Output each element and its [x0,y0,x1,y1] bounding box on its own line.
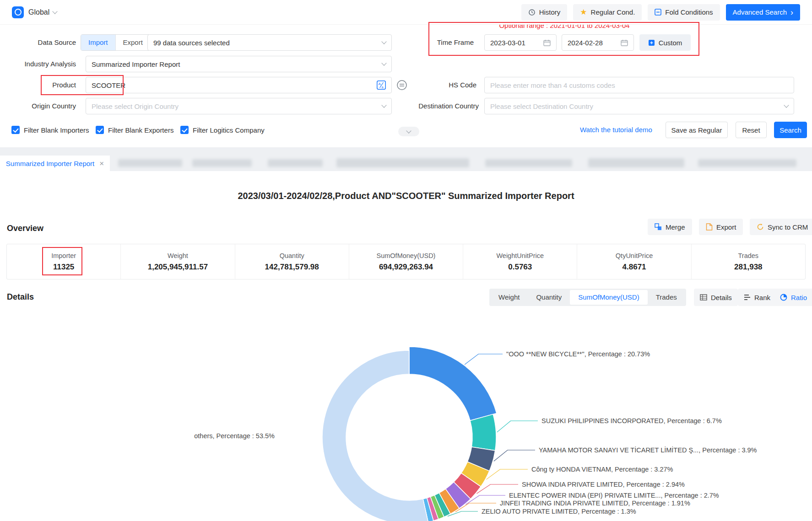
metric-tab-trades[interactable]: Trades [648,290,685,305]
blurred-content [588,158,684,167]
chevron-down-icon [406,128,411,133]
origin-country-placeholder: Please select Origin Country [92,102,179,110]
fold-conditions-button[interactable]: Fold Conditions [648,4,720,21]
stat-weight[interactable]: Weight1,205,945,911.57 [120,244,234,279]
history-button[interactable]: History [521,4,568,21]
chevron-down-icon [784,102,789,107]
view-tab-details[interactable]: Details [694,289,738,306]
product-label: Product [0,77,76,93]
filter-blank-exporters-checkbox[interactable]: Filter Blank Exporters [96,126,173,134]
tab-summarized-importer-report[interactable]: Summarized Importer Report × [0,156,110,171]
filter-label: Filter Logitics Company [193,126,265,134]
app-logo[interactable] [12,6,24,18]
chevron-right-icon: › [790,8,793,16]
industry-analysis-label: Industry Analysis [0,56,76,72]
pie-slice-0[interactable] [409,347,497,420]
advanced-search-label: Advanced Search [733,8,787,16]
pie-icon [780,294,787,301]
blurred-content [336,158,469,167]
stat-quantity[interactable]: Quantity142,781,579.98 [235,244,349,279]
merge-button[interactable]: Merge [648,219,692,235]
metric-tab-sum-of-money[interactable]: SumOfMoney(USD) [570,290,647,305]
view-tab-rank[interactable]: Rank [738,289,776,306]
save-as-regular-button[interactable]: Save as Regular [666,122,728,138]
stat-weight-unit-price[interactable]: WeightUnitPrice0.5763 [463,244,577,279]
importer-ratio-donut-chart[interactable]: "OOO **NEW BICYCLE**", Percentage : 20.7… [0,316,812,521]
report-title: 2023/03/01-2024/02/28,Product AND"SCOOTE… [0,191,812,201]
import-export-toggle: Import Export [81,34,151,51]
filter-logistics-company-checkbox[interactable]: Filter Logitics Company [180,126,265,134]
sync-to-crm-button[interactable]: Sync to CRM [750,219,812,235]
export-button[interactable]: Export [699,219,743,235]
svg-text:a: a [382,86,384,89]
pie-label-line-0 [465,354,503,365]
export-label: Export [716,223,736,231]
filter-label: Filter Blank Importers [24,126,89,134]
sync-icon [757,223,764,231]
pie-label-1: SUZUKI PHILIPPINES INCORPORATED, Percent… [541,417,722,424]
search-button[interactable]: Search [774,122,807,138]
regular-cond-button[interactable]: ★ Regular Cond. [573,4,642,21]
tutorial-demo-link[interactable]: Watch the tutorial demo [580,122,652,138]
region-selector[interactable]: Global [28,8,49,16]
metric-tab-quantity[interactable]: Quantity [528,290,570,305]
pie-label-0: "OOO **NEW BICYCLE**", Percentage : 20.7… [506,350,650,358]
export-toggle[interactable]: Export [115,35,150,50]
close-icon[interactable]: × [99,160,104,167]
history-label: History [539,8,561,16]
pie-label-5: ELENTEC POWER INDIA (EPI) PRIVATE LIMITE… [509,492,719,499]
blurred-content [485,159,572,167]
filter-label: Filter Blank Exporters [108,126,173,134]
custom-range-button[interactable]: Custom [639,34,691,51]
pie-label-6: JINFEI TRADING INDIA PRIVATE LIMITED, Pe… [500,500,690,507]
tab-band [0,147,812,171]
blurred-content [698,159,796,167]
blurred-content [268,159,323,167]
top-actions: History ★ Regular Cond. Fold Conditions … [521,4,800,21]
view-tab-ratio[interactable]: Ratio [774,289,812,306]
merge-label: Merge [666,223,685,231]
chevron-down-icon [381,102,386,107]
stat-trades[interactable]: Trades281,938 [691,244,805,279]
date-from-input[interactable]: 2023-03-01 [484,34,557,51]
import-toggle[interactable]: Import [81,35,115,50]
destination-country-label: Destination Country [403,98,479,114]
pie-slice-11[interactable] [322,350,428,521]
stat-sum-of-money[interactable]: SumOfMoney(USD)694,929,263.94 [349,244,463,279]
filter-blank-importers-checkbox[interactable]: Filter Blank Importers [11,126,89,134]
collapse-conditions-button[interactable] [398,127,419,136]
sync-to-crm-label: Sync to CRM [768,223,808,231]
date-from-value: 2023-03-01 [490,39,525,47]
pie-label-4: SHOWA INDIA PRIVATE LIMITED, Percentage … [522,481,685,488]
calendar-icon [543,39,551,46]
blurred-content [192,159,252,167]
tab-label: Summarized Importer Report [6,160,94,167]
origin-country-label: Origin Country [0,98,76,114]
translate-icon[interactable]: Aa [377,81,386,90]
pie-slice-1[interactable] [470,414,496,451]
date-to-input[interactable]: 2024-02-28 [562,34,634,51]
industry-analysis-dropdown[interactable]: Summarized Importer Report [86,56,392,72]
blurred-content [118,159,182,167]
origin-country-dropdown[interactable]: Please select Origin Country [86,98,392,114]
reset-button[interactable]: Reset [736,122,767,138]
advanced-search-button[interactable]: Advanced Search › [726,4,800,21]
pie-label-7: ZELIO AUTO PRIVATE LIMITED, Percentage :… [482,508,636,515]
fold-conditions-icon [655,9,661,16]
industry-analysis-value: Summarized Importer Report [92,60,180,68]
data-sources-dropdown[interactable]: 99 data sources selected [147,34,392,51]
table-icon [700,294,707,301]
trade-data-app: Global History ★ Regular Cond. Fold Cond… [0,0,812,521]
metric-tab-weight[interactable]: Weight [490,290,528,305]
stat-importer[interactable]: Importer11325 [7,244,120,279]
hs-code-input[interactable]: Please enter more than 4 customs codes [484,77,794,93]
details-heading: Details [7,292,34,302]
destination-country-placeholder: Please select Destination Country [490,102,593,110]
chevron-down-icon [381,60,386,65]
stat-qty-unit-price[interactable]: QtyUnitPrice4.8671 [577,244,691,279]
overview-heading: Overview [7,224,43,233]
destination-country-dropdown[interactable]: Please select Destination Country [484,98,794,114]
pie-label-line-2 [494,450,535,461]
pie-label-line-3 [486,469,528,479]
product-input[interactable]: SCOOTER Aa [86,77,392,93]
